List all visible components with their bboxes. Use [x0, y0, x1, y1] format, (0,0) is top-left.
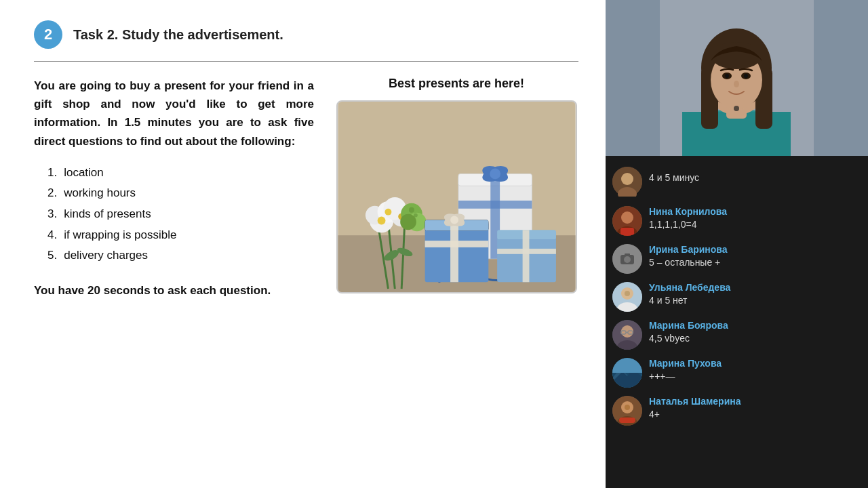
avatar-icon [612, 206, 642, 236]
avatar-icon [612, 320, 642, 350]
task-number: 2 [44, 26, 52, 43]
top-comment-text: 4 и 5 минус [649, 167, 699, 183]
chat-item: Наталья Шамерина 4+ [606, 392, 868, 430]
video-feed [606, 0, 868, 156]
teacher-video [606, 0, 868, 156]
svg-rect-63 [620, 228, 634, 236]
svg-point-71 [625, 291, 630, 296]
chat-text-block: Наталья Шамерина 4+ [649, 396, 741, 422]
avatar [612, 396, 642, 426]
ad-title: Best presents are here! [389, 77, 524, 91]
svg-point-18 [409, 207, 414, 213]
content-area: You are going to buy a present for your … [34, 77, 578, 468]
chat-list: Нина Корнилова 1,1,1,1,0=4 Ирина Ба [606, 202, 868, 430]
avatar [612, 358, 642, 388]
chat-text-block: Ирина Баринова 5 – остальные + [649, 244, 728, 270]
avatar [612, 167, 642, 197]
list-item: 5. delivery charges [47, 245, 314, 266]
gift-image-box [336, 100, 577, 293]
svg-point-56 [734, 106, 739, 111]
chat-item: Марина Пухова +++— [606, 354, 868, 392]
top-comment: 4 и 5 минус [606, 161, 868, 202]
avatar [612, 244, 642, 274]
svg-point-12 [377, 217, 385, 225]
avatar-icon [612, 396, 642, 426]
svg-rect-87 [619, 418, 635, 423]
avatar [612, 320, 642, 350]
svg-point-58 [621, 173, 633, 185]
avatar-icon [612, 282, 642, 312]
svg-rect-31 [425, 241, 488, 247]
avatar-icon [612, 244, 642, 274]
left-panel: 2 Task 2. Study the advertisement. You a… [0, 0, 606, 488]
chat-item: Ульяна Лебедева 4 и 5 нет [606, 278, 868, 316]
svg-rect-83 [612, 358, 642, 373]
chat-item: Нина Корнилова 1,1,1,1,0=4 [606, 202, 868, 240]
svg-point-73 [621, 325, 633, 338]
image-section: Best presents are here! [334, 77, 578, 468]
task-title: Task 2. Study the advertisement. [73, 27, 283, 43]
chat-area[interactable]: 4 и 5 минус Нина Корнилова 1,1,1,1, [606, 156, 868, 488]
svg-point-13 [384, 209, 391, 216]
svg-point-66 [624, 256, 631, 263]
task-footer: You have 20 seconds to ask each question… [34, 281, 314, 300]
svg-point-26 [490, 169, 500, 180]
task-header: 2 Task 2. Study the advertisement. [34, 20, 578, 49]
avatar-icon [612, 358, 642, 388]
list-item: 4. if wrapping is possible [47, 225, 314, 246]
svg-rect-37 [522, 230, 529, 282]
svg-point-53 [725, 74, 729, 78]
chat-item: Марина Боярова 4,5 vbyec [606, 316, 868, 354]
text-section: You are going to buy a present for your … [34, 77, 314, 468]
task-number-circle: 2 [34, 20, 62, 49]
section-divider [34, 61, 578, 62]
svg-point-19 [413, 214, 417, 218]
chat-item: Ирина Баринова 5 – остальные + [606, 240, 868, 278]
chat-text-block: Марина Пухова +++— [649, 358, 722, 384]
chat-text-block: Марина Боярова 4,5 vbyec [649, 320, 728, 346]
svg-rect-23 [458, 201, 531, 209]
avatar [612, 206, 642, 236]
chat-text-block: Нина Корнилова 1,1,1,1,0=4 [649, 206, 727, 232]
svg-rect-30 [450, 220, 458, 283]
svg-point-54 [744, 74, 748, 78]
chat-text-block: Ульяна Лебедева 4 и 5 нет [649, 282, 730, 308]
task-description: You are going to buy a present for your … [34, 77, 314, 150]
svg-point-17 [400, 214, 416, 230]
svg-point-88 [625, 405, 630, 410]
svg-point-55 [734, 81, 739, 87]
list-item: 3. kinds of presents [47, 204, 314, 225]
teacher-silhouette-svg [606, 0, 868, 156]
list-item: 1. location [47, 163, 314, 184]
svg-rect-38 [497, 249, 556, 254]
avatar [612, 282, 642, 312]
right-panel: 4 и 5 минус Нина Корнилова 1,1,1,1, [606, 0, 868, 488]
gift-image-svg [338, 102, 576, 292]
svg-point-34 [450, 216, 458, 224]
list-item: 2. working hours [47, 183, 314, 204]
svg-rect-67 [625, 253, 630, 256]
avatar-icon [612, 167, 642, 197]
svg-point-61 [621, 211, 633, 224]
task-list: 1. location 2. working hours 3. kinds of… [47, 163, 314, 266]
